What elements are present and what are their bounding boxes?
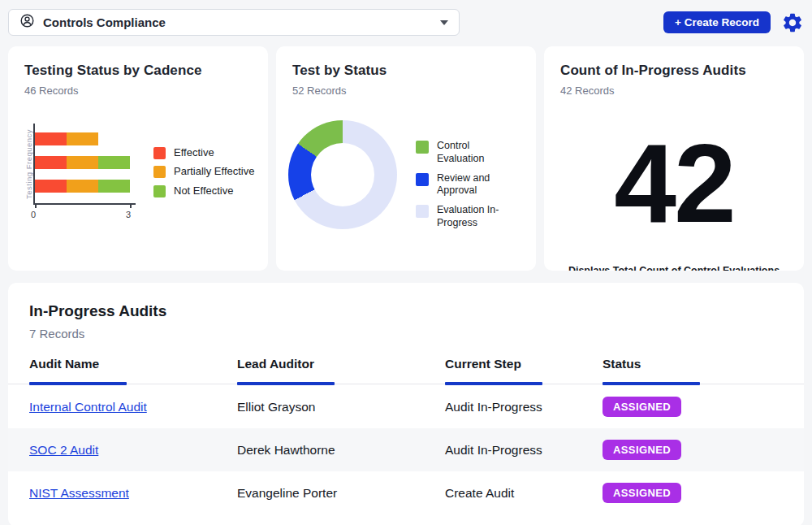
legend-label: Partially Effective [174, 165, 254, 178]
bar-segment[interactable] [35, 132, 67, 145]
column-underline [603, 382, 804, 385]
column-underline [237, 382, 445, 385]
legend-swatch [153, 166, 166, 178]
donut-chart-legend: Control EvaluationReview and ApprovalEva… [416, 140, 520, 230]
donut-ring[interactable] [288, 120, 397, 229]
x-tick-label: 3 [126, 210, 131, 219]
account-circle-icon [19, 13, 35, 32]
legend-swatch [153, 147, 166, 159]
table-row: SOC 2 AuditDerek HawthorneAudit In-Progr… [8, 428, 804, 471]
bar-row [35, 156, 136, 169]
status-badge: ASSIGNED [603, 397, 681, 417]
legend-swatch [416, 141, 429, 154]
card-count-in-progress-audits: Count of In-Progress Audits 42 Records 4… [544, 46, 804, 271]
card-title: Count of In-Progress Audits [560, 63, 788, 79]
bar-segment[interactable] [67, 156, 98, 169]
audit-name-link[interactable]: Internal Control Audit [29, 400, 147, 414]
bar-segment[interactable] [67, 180, 98, 193]
bar-row [35, 180, 136, 193]
in-progress-audits-panel: In-Progress Audits 7 Records Audit NameL… [8, 283, 804, 525]
card-title: Testing Status by Cadence [24, 63, 252, 79]
bar-segment[interactable] [35, 180, 67, 193]
table-row: NIST AssessmentEvangeline PorterCreate A… [8, 471, 804, 514]
bar-plot-area [33, 124, 136, 205]
table-body: Internal Control AuditElliot GraysonAudi… [8, 385, 804, 514]
lead-auditor-cell: Evangeline Porter [237, 486, 445, 501]
bar-segment[interactable] [35, 156, 67, 169]
legend-item: Not Effective [153, 184, 254, 197]
legend-item: Review and Approval [416, 172, 520, 198]
bar-chart-legend: EffectivePartially EffectiveNot Effectiv… [153, 146, 254, 221]
table-record-count: 7 Records [29, 327, 783, 341]
caret-down-icon [440, 20, 448, 25]
card-title: Test by Status [292, 63, 520, 79]
legend-item: Partially Effective [153, 165, 254, 178]
legend-item: Evaluation In-Progress [416, 204, 520, 230]
card-test-by-status: Test by Status 52 Records Control Evalua… [276, 46, 536, 271]
status-badge: ASSIGNED [603, 440, 681, 460]
bar-row [35, 132, 136, 145]
card-record-count: 52 Records [292, 85, 520, 97]
column-header: Current Step [445, 357, 603, 371]
legend-label: Control Evaluation [437, 140, 520, 166]
column-underline [445, 382, 603, 385]
big-number-caption: Displays Total Count of Control Evaluati… [560, 264, 788, 271]
big-number-value: 42 [560, 140, 788, 228]
column-header: Status [603, 357, 804, 371]
audit-name-link[interactable]: SOC 2 Audit [29, 443, 98, 457]
stacked-bar-chart[interactable]: Testing Frequency 03 EffectivePartially … [24, 124, 252, 221]
legend-label: Effective [174, 146, 214, 159]
legend-swatch [153, 185, 166, 197]
dashboard-selector[interactable]: Controls Compliance [8, 9, 460, 36]
y-axis-label: Testing Frequency [24, 124, 33, 205]
legend-label: Evaluation In-Progress [437, 204, 520, 230]
bar-segment[interactable] [98, 156, 130, 169]
bar-segment[interactable] [67, 132, 98, 145]
x-axis-ticks: 03 [33, 208, 136, 221]
column-header: Audit Name [29, 357, 237, 371]
bar-segment[interactable] [98, 180, 130, 193]
legend-label: Review and Approval [437, 172, 520, 198]
dashboard-selector-label: Controls Compliance [43, 15, 166, 29]
audit-name-link[interactable]: NIST Assessment [29, 486, 129, 500]
card-record-count: 42 Records [560, 85, 788, 97]
table-header: Audit NameLead AuditorCurrent StepStatus [8, 357, 804, 385]
card-record-count: 46 Records [24, 85, 252, 97]
card-testing-status-by-cadence: Testing Status by Cadence 46 Records Tes… [8, 46, 268, 271]
cards-row: Testing Status by Cadence 46 Records Tes… [0, 46, 812, 271]
column-header: Lead Auditor [237, 357, 445, 371]
current-step-cell: Audit In-Progress [445, 400, 603, 414]
x-tick-label: 0 [31, 210, 36, 219]
lead-auditor-cell: Derek Hawthorne [237, 443, 445, 458]
legend-swatch [416, 205, 429, 218]
gear-icon [781, 11, 804, 37]
legend-label: Not Effective [174, 184, 233, 197]
table-title: In-Progress Audits [29, 302, 783, 320]
donut-chart: Control EvaluationReview and ApprovalEva… [292, 120, 520, 230]
legend-item: Effective [153, 146, 254, 159]
legend-item: Control Evaluation [416, 140, 520, 166]
legend-swatch [416, 173, 429, 186]
status-badge: ASSIGNED [603, 483, 681, 503]
column-underline [29, 382, 237, 385]
topbar: Controls Compliance + Create Record [0, 0, 812, 45]
settings-button[interactable] [781, 11, 804, 34]
current-step-cell: Audit In-Progress [445, 443, 603, 458]
create-record-button[interactable]: + Create Record [663, 11, 771, 33]
table-row: Internal Control AuditElliot GraysonAudi… [8, 385, 804, 428]
current-step-cell: Create Audit [445, 486, 603, 501]
lead-auditor-cell: Elliot Grayson [237, 400, 445, 414]
